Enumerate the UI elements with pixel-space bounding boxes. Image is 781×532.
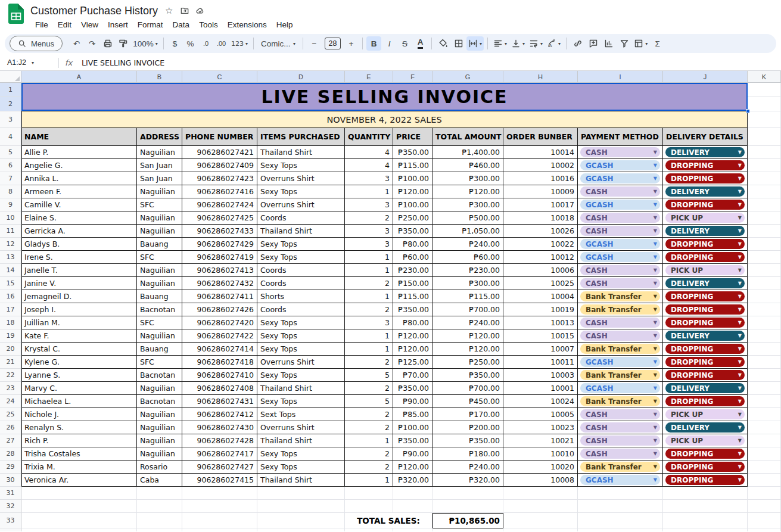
cell-K23[interactable] <box>748 382 781 395</box>
cell-phone[interactable]: 906286027426 <box>182 303 257 316</box>
payment-chip[interactable]: CASH▼ <box>580 186 660 197</box>
cell-total-amount[interactable]: ₱300.00 <box>432 277 503 290</box>
cell-address[interactable]: Naguilian <box>137 146 182 159</box>
cell-K7[interactable] <box>748 172 781 185</box>
cell-E31[interactable] <box>345 487 393 500</box>
cell-name[interactable]: Allie P. <box>21 146 137 159</box>
row-header-25[interactable]: 25 <box>0 408 21 421</box>
cell-I34[interactable] <box>578 528 663 531</box>
cell-phone[interactable]: 906286027414 <box>182 343 257 356</box>
row-header-14[interactable]: 14 <box>0 264 21 277</box>
cell-quantity[interactable]: 3 <box>345 198 393 211</box>
cell-A33[interactable] <box>21 513 137 528</box>
cell-price[interactable]: ₱120.00 <box>393 343 432 356</box>
cell-J32[interactable] <box>663 500 748 513</box>
formula-input[interactable]: LIVE SELLING INVOICE <box>82 58 164 67</box>
cell-item[interactable]: Coords <box>257 211 345 225</box>
cell-order-number[interactable]: 10007 <box>503 343 578 356</box>
cell-name[interactable]: Kylene G. <box>21 356 137 369</box>
row-header-6[interactable]: 6 <box>0 159 21 172</box>
row-header-29[interactable]: 29 <box>0 461 21 474</box>
row-header-4[interactable]: 4 <box>0 128 21 146</box>
cell-phone[interactable]: 906286027418 <box>182 356 257 369</box>
cell-B33[interactable] <box>137 513 182 528</box>
header-cell-order-bunber[interactable]: ORDER BUNBER <box>503 128 578 146</box>
cell-J33[interactable] <box>663 513 748 528</box>
cell-price[interactable]: ₱230.00 <box>393 264 432 277</box>
menu-edit[interactable]: Edit <box>53 19 76 30</box>
row-header-15[interactable]: 15 <box>0 277 21 290</box>
cell-K33[interactable] <box>748 513 781 528</box>
cell-quantity[interactable]: 4 <box>345 159 393 172</box>
cell-price[interactable]: ₱90.00 <box>393 447 432 461</box>
row-header-32[interactable]: 32 <box>0 500 21 513</box>
cell-item[interactable]: Sexy Tops <box>257 461 345 474</box>
cell-address[interactable]: Naguilian <box>137 225 182 238</box>
vertical-align-button[interactable]: ▾ <box>509 36 527 51</box>
cell-K11[interactable] <box>748 225 781 238</box>
cell-name[interactable]: Trixia M. <box>21 461 137 474</box>
cell-quantity[interactable]: 2 <box>345 408 393 421</box>
cell-K27[interactable] <box>748 434 781 447</box>
payment-chip[interactable]: GCASH▼ <box>580 239 660 249</box>
cell-phone[interactable]: 906286027409 <box>182 159 257 172</box>
row-header-22[interactable]: 22 <box>0 369 21 382</box>
cell-address[interactable]: Naguilian <box>137 421 182 434</box>
cell-quantity[interactable]: 2 <box>345 356 393 369</box>
cell-name[interactable]: Camille V. <box>21 198 137 211</box>
cell-total-amount[interactable]: ₱250.00 <box>432 356 503 369</box>
cell-name[interactable]: Irene S. <box>21 251 137 264</box>
subtitle-cell[interactable]: NOVEMBER 4, 2022 SALES <box>21 111 748 128</box>
cell-total-amount[interactable]: ₱120.00 <box>432 329 503 343</box>
zoom-select[interactable]: 100% ▾ <box>131 36 160 51</box>
delivery-chip[interactable]: PICK UP▼ <box>665 409 745 419</box>
redo-button[interactable]: ↷ <box>85 36 99 51</box>
payment-chip[interactable]: GCASH▼ <box>580 475 660 485</box>
menu-extensions[interactable]: Extensions <box>223 19 272 30</box>
payment-chip[interactable]: CASH▼ <box>580 265 660 275</box>
cell-K25[interactable] <box>748 408 781 421</box>
cell-C32[interactable] <box>182 500 257 513</box>
delivery-chip[interactable]: DELIVERY▼ <box>665 186 745 197</box>
menus-button[interactable]: Menus <box>10 36 63 51</box>
cell-name[interactable]: Gerricka A. <box>21 225 137 238</box>
row-header-26[interactable]: 26 <box>0 421 21 434</box>
cell-order-number[interactable]: 10015 <box>503 329 578 343</box>
delivery-chip[interactable]: DROPPING▼ <box>665 252 745 262</box>
cell-K30[interactable] <box>748 474 781 487</box>
cell-name[interactable]: Krystal C. <box>21 343 137 356</box>
row-header-33[interactable]: 33 <box>0 513 21 528</box>
cell-phone[interactable]: 906286027424 <box>182 198 257 211</box>
row-header-2[interactable]: 2 <box>0 97 21 111</box>
cell-name[interactable]: Jemagneil D. <box>21 290 137 303</box>
cell-total-amount[interactable]: ₱240.00 <box>432 461 503 474</box>
header-cell-items-purchased[interactable]: ITEMS PURCHASED <box>257 128 345 146</box>
header-cell-name[interactable]: NAME <box>21 128 137 146</box>
cell-name[interactable]: Kate F. <box>21 329 137 343</box>
cell-item[interactable]: Sexy Tops <box>257 395 345 408</box>
cell-phone[interactable]: 906286027421 <box>182 146 257 159</box>
cell-address[interactable]: Naguilian <box>137 447 182 461</box>
cell-E32[interactable] <box>345 500 393 513</box>
delivery-chip[interactable]: DROPPING▼ <box>665 475 745 485</box>
cell-F32[interactable] <box>393 500 432 513</box>
cell-item[interactable]: Overruns Shirt <box>257 172 345 185</box>
row-header-11[interactable]: 11 <box>0 225 21 238</box>
delivery-chip[interactable]: DROPPING▼ <box>665 449 745 459</box>
text-rotation-button[interactable]: A ▾ <box>545 36 562 51</box>
column-header-K[interactable]: K <box>748 71 781 83</box>
payment-chip[interactable]: Bank Transfer▼ <box>580 396 660 406</box>
cell-phone[interactable]: 906286027411 <box>182 290 257 303</box>
cell-name[interactable]: Angelie G. <box>21 159 137 172</box>
cell-K14[interactable] <box>748 264 781 277</box>
column-header-F[interactable]: F <box>393 71 432 83</box>
delivery-chip[interactable]: DROPPING▼ <box>665 396 745 406</box>
cell-quantity[interactable]: 3 <box>345 238 393 251</box>
cell-address[interactable]: Bauang <box>137 238 182 251</box>
cell-price[interactable]: ₱100.00 <box>393 198 432 211</box>
cell-total-amount[interactable]: ₱120.00 <box>432 343 503 356</box>
decrease-font-size-button[interactable]: − <box>307 36 322 51</box>
cell-price[interactable]: ₱115.00 <box>393 159 432 172</box>
cell-order-number[interactable]: 10002 <box>503 159 578 172</box>
cell-F31[interactable] <box>393 487 432 500</box>
